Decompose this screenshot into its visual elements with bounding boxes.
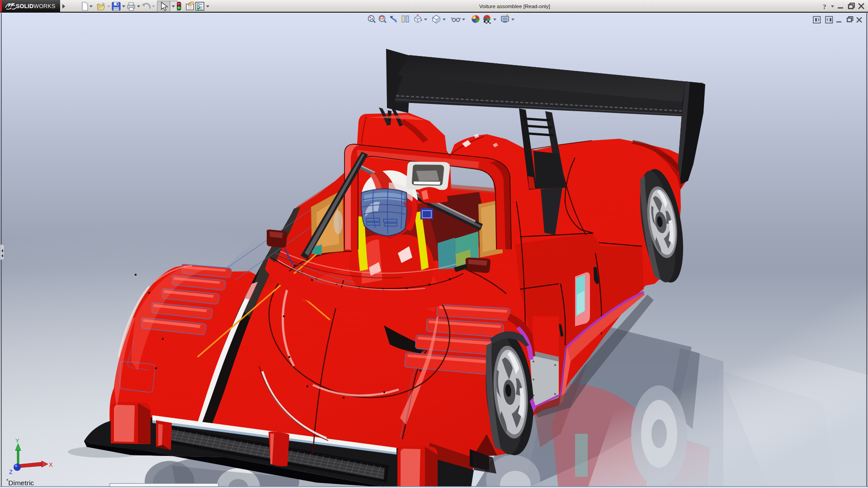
svg-text:X: X (49, 461, 53, 468)
svg-text:Y: Y (15, 437, 19, 444)
svg-text:?: ? (823, 3, 826, 10)
svg-text:Z: Z (9, 469, 13, 475)
